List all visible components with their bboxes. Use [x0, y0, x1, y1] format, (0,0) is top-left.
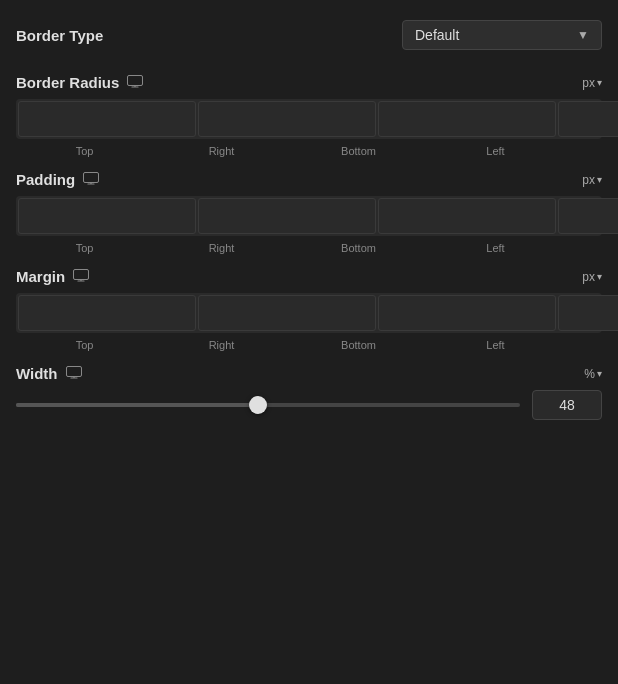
border-radius-header: Border Radius px ▾: [16, 74, 602, 91]
chevron-down-icon: ▼: [577, 28, 589, 42]
svg-rect-9: [66, 366, 81, 376]
width-section: Width % ▾: [16, 365, 602, 420]
margin-title: Margin: [16, 268, 65, 285]
margin-inputs: [16, 293, 602, 333]
width-slider-track[interactable]: [16, 403, 520, 407]
border-type-dropdown[interactable]: Default ▼: [402, 20, 602, 50]
padding-header: Padding px ▾: [16, 171, 602, 188]
padding-left-label: Left: [427, 240, 564, 256]
border-radius-inputs: [16, 99, 602, 139]
margin-right-label: Right: [153, 337, 290, 353]
unit-chevron-icon: ▾: [597, 77, 602, 88]
width-slider-fill: [16, 403, 258, 407]
border-radius-bottom-input[interactable]: [378, 101, 556, 137]
margin-top-label: Top: [16, 337, 153, 353]
border-radius-left-label: Left: [427, 143, 564, 159]
padding-right-input[interactable]: [198, 198, 376, 234]
margin-left-input[interactable]: [558, 295, 618, 331]
svg-rect-3: [84, 172, 99, 182]
margin-bottom-label: Bottom: [290, 337, 427, 353]
svg-rect-6: [74, 269, 89, 279]
border-radius-section: Border Radius px ▾ Top Rig: [16, 74, 602, 159]
border-radius-labels: Top Right Bottom Left: [16, 143, 602, 159]
margin-unit[interactable]: px ▾: [582, 270, 602, 284]
width-slider-container: [16, 390, 602, 420]
width-title: Width: [16, 365, 58, 382]
padding-left-input[interactable]: [558, 198, 618, 234]
margin-header: Margin px ▾: [16, 268, 602, 285]
border-radius-unit[interactable]: px ▾: [582, 76, 602, 90]
border-radius-bottom-label: Bottom: [290, 143, 427, 159]
monitor-icon-padding: [83, 172, 99, 188]
margin-header-left: Margin: [16, 268, 89, 285]
border-radius-title: Border Radius: [16, 74, 119, 91]
padding-labels: Top Right Bottom Left: [16, 240, 602, 256]
padding-section: Padding px ▾ Top Right: [16, 171, 602, 256]
border-radius-top-label: Top: [16, 143, 153, 159]
padding-top-input[interactable]: [18, 198, 196, 234]
border-radius-header-left: Border Radius: [16, 74, 143, 91]
border-radius-right-input[interactable]: [198, 101, 376, 137]
monitor-icon-margin: [73, 269, 89, 285]
margin-right-input[interactable]: [198, 295, 376, 331]
border-radius-top-input[interactable]: [18, 101, 196, 137]
width-value-input[interactable]: [532, 390, 602, 420]
border-type-value: Default: [415, 27, 459, 43]
padding-right-label: Right: [153, 240, 290, 256]
unit-chevron-icon-margin: ▾: [597, 271, 602, 282]
unit-chevron-icon-width: ▾: [597, 368, 602, 379]
border-radius-right-label: Right: [153, 143, 290, 159]
padding-unit[interactable]: px ▾: [582, 173, 602, 187]
padding-top-label: Top: [16, 240, 153, 256]
monitor-icon: [127, 75, 143, 91]
padding-bottom-input[interactable]: [378, 198, 556, 234]
padding-bottom-label: Bottom: [290, 240, 427, 256]
margin-labels: Top Right Bottom Left: [16, 337, 602, 353]
width-header: Width % ▾: [16, 365, 602, 382]
unit-chevron-icon-padding: ▾: [597, 174, 602, 185]
border-type-section: Border Type Default ▼: [16, 16, 602, 54]
padding-header-left: Padding: [16, 171, 99, 188]
width-slider-thumb[interactable]: [249, 396, 267, 414]
padding-title: Padding: [16, 171, 75, 188]
border-type-label: Border Type: [16, 27, 103, 44]
margin-bottom-input[interactable]: [378, 295, 556, 331]
width-unit[interactable]: % ▾: [584, 367, 602, 381]
monitor-icon-width: [66, 366, 82, 382]
margin-left-label: Left: [427, 337, 564, 353]
margin-section: Margin px ▾ Top Right: [16, 268, 602, 353]
svg-rect-0: [128, 75, 143, 85]
width-header-left: Width: [16, 365, 82, 382]
margin-top-input[interactable]: [18, 295, 196, 331]
border-radius-left-input[interactable]: [558, 101, 618, 137]
padding-inputs: [16, 196, 602, 236]
